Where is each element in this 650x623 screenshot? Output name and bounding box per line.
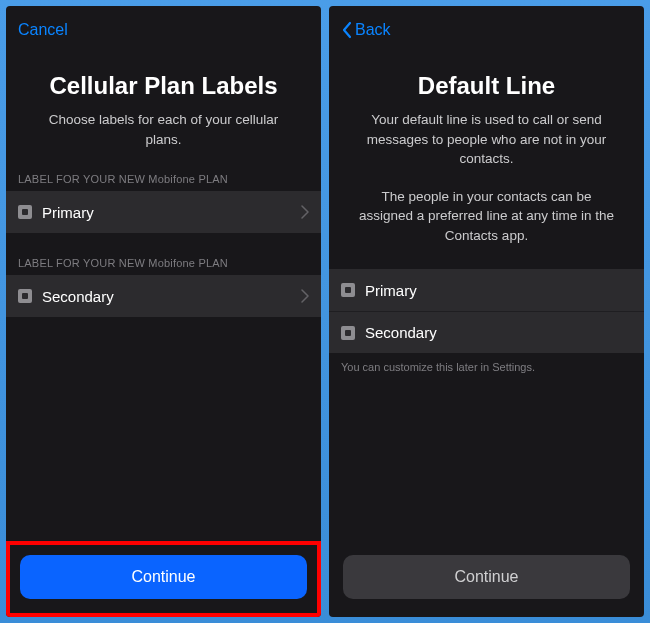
line-options: Primary Secondary (329, 269, 644, 353)
chevron-right-icon (301, 289, 309, 303)
chevron-left-icon (341, 21, 353, 39)
continue-button[interactable]: Continue (20, 555, 307, 599)
sim-badge-icon (18, 205, 32, 219)
row-label: Secondary (365, 324, 632, 341)
section-label-1: LABEL FOR YOUR NEW Mobifone PLAN (6, 173, 321, 185)
row-label: Secondary (42, 288, 301, 305)
content-area: Default Line Your default line is used t… (329, 54, 644, 541)
row-label: Primary (42, 204, 301, 221)
content-area: Cellular Plan Labels Choose labels for e… (6, 54, 321, 541)
section-label-2: LABEL FOR YOUR NEW Mobifone PLAN (6, 257, 321, 269)
continue-button[interactable]: Continue (343, 555, 630, 599)
footer-hint: You can customize this later in Settings… (329, 353, 644, 373)
page-title: Cellular Plan Labels (6, 72, 321, 100)
chevron-right-icon (301, 205, 309, 219)
sim-badge-icon (18, 289, 32, 303)
cancel-button[interactable]: Cancel (18, 21, 68, 39)
back-button[interactable]: Back (341, 21, 391, 39)
page-subtitle-1: Your default line is used to call or sen… (329, 110, 644, 169)
page-subtitle-2: The people in your contacts can be assig… (329, 187, 644, 246)
sim-badge-icon (341, 283, 355, 297)
bottom-area: Continue (329, 541, 644, 617)
label-row-primary[interactable]: Primary (6, 191, 321, 233)
page-subtitle: Choose labels for each of your cellular … (6, 110, 321, 149)
header-bar: Back (329, 6, 644, 54)
row-label: Primary (365, 282, 632, 299)
sim-badge-icon (341, 326, 355, 340)
option-row-primary[interactable]: Primary (329, 269, 644, 311)
cellular-plan-labels-pane: Cancel Cellular Plan Labels Choose label… (6, 6, 321, 617)
back-label: Back (355, 21, 391, 39)
option-row-secondary[interactable]: Secondary (329, 311, 644, 353)
page-title: Default Line (329, 72, 644, 100)
continue-highlight: Continue (6, 541, 321, 617)
label-row-secondary[interactable]: Secondary (6, 275, 321, 317)
default-line-pane: Back Default Line Your default line is u… (329, 6, 644, 617)
header-bar: Cancel (6, 6, 321, 54)
